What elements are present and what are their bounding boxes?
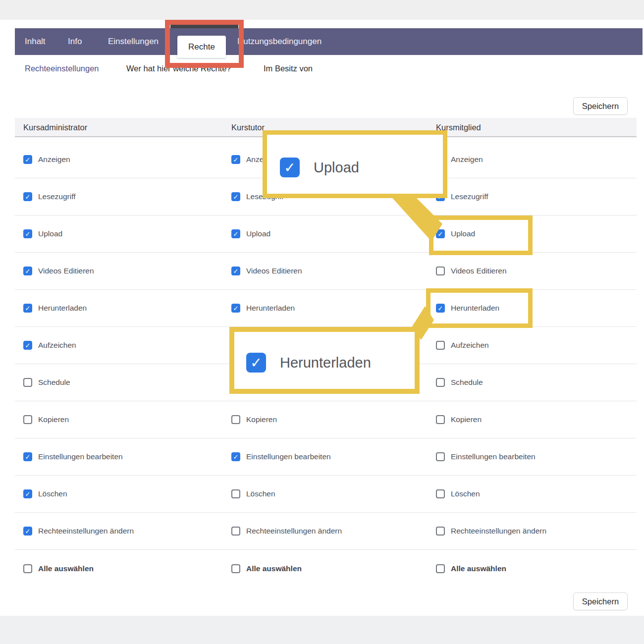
checkbox-label: Schedule bbox=[451, 378, 483, 387]
checkbox-kursadministrator-schedule[interactable] bbox=[23, 378, 32, 387]
checkbox-label: Videos Editieren bbox=[38, 267, 94, 275]
checkbox-label: Rechteeinstellungen ändern bbox=[246, 527, 342, 536]
permission-cell: ✓Löschen bbox=[23, 476, 67, 512]
checkbox-kursmitglied-aufzeichen[interactable] bbox=[436, 341, 445, 350]
page-top-strip bbox=[0, 0, 644, 20]
checkbox-label: Kopieren bbox=[38, 415, 69, 424]
checkbox-kurstutor-lesezugriff[interactable]: ✓ bbox=[231, 192, 240, 201]
checkbox-label: Alle auswählen bbox=[246, 564, 302, 573]
checkbox-kursmitglied-l-schen[interactable] bbox=[436, 489, 445, 498]
herunterladen-zoom-checkbox-checked: ✓ bbox=[246, 353, 266, 373]
checkbox-kursadministrator-kopieren[interactable] bbox=[23, 415, 32, 424]
permission-cell: Schedule bbox=[23, 364, 70, 401]
permission-cell: ✓Upload bbox=[23, 215, 62, 252]
permission-cell: Löschen bbox=[231, 476, 275, 512]
checkbox-kursmitglied-rechteeinstellungen-ndern[interactable] bbox=[436, 527, 445, 536]
permission-cell: Alle auswählen bbox=[23, 550, 94, 587]
permission-cell: ✓Rechteeinstellungen ändern bbox=[23, 513, 134, 549]
checkbox-kursadministrator-videos-editieren[interactable]: ✓ bbox=[23, 267, 32, 275]
permission-cell: ✓Videos Editieren bbox=[231, 253, 302, 289]
checkbox-kurstutor-herunterladen[interactable]: ✓ bbox=[231, 304, 240, 313]
permission-cell: ✓Videos Editieren bbox=[23, 253, 94, 289]
checkbox-label: Schedule bbox=[38, 378, 70, 387]
checkbox-label: Herunterladen bbox=[38, 304, 87, 313]
checkbox-kursadministrator-upload[interactable]: ✓ bbox=[23, 229, 32, 238]
tab-einstellungen[interactable]: Einstellungen bbox=[108, 28, 159, 55]
checkbox-label: Upload bbox=[38, 229, 62, 238]
checkbox-kursmitglied-kopieren[interactable] bbox=[436, 415, 445, 424]
column-header-kursadministrator: Kursadministrator bbox=[23, 118, 87, 137]
checkbox-label: Aufzeichen bbox=[38, 341, 76, 350]
table-row-alle-ausw-hlen: Alle auswählenAlle auswählenAlle auswähl… bbox=[15, 550, 637, 587]
upload-zoom-checkbox-checked: ✓ bbox=[280, 158, 300, 177]
permission-cell: Kopieren bbox=[436, 401, 482, 438]
checkbox-kurstutor-rechteeinstellungen-ndern[interactable] bbox=[231, 527, 240, 536]
upload-zoom-callout: ✓ Upload bbox=[263, 130, 447, 198]
checkbox-label: Löschen bbox=[451, 489, 480, 498]
checkbox-kursadministrator-alle-ausw-hlen[interactable] bbox=[23, 564, 32, 573]
checkbox-kurstutor-upload[interactable]: ✓ bbox=[231, 229, 240, 238]
checkbox-label: Alle auswählen bbox=[38, 564, 94, 573]
upload-row-highlight-box bbox=[429, 215, 533, 255]
permission-cell: Alle auswählen bbox=[231, 550, 302, 587]
save-button-top[interactable]: Speichern bbox=[573, 97, 628, 115]
permission-cell: ✓Lesezugriff bbox=[23, 178, 76, 215]
permission-cell: Kopieren bbox=[23, 401, 69, 438]
permission-cell: Schedule bbox=[436, 364, 483, 401]
checkbox-label: Einstellungen bearbeiten bbox=[451, 452, 536, 461]
herunterladen-zoom-callout: ✓ Herunterladen bbox=[229, 327, 420, 394]
checkbox-kursadministrator-einstellungen-bearbeiten[interactable]: ✓ bbox=[23, 452, 32, 461]
checkbox-label: Videos Editieren bbox=[451, 267, 507, 275]
main-tab-bar: Inhalt Info Einstellungen Rechte Nutzung… bbox=[15, 28, 643, 55]
checkbox-kurstutor-l-schen[interactable] bbox=[231, 489, 240, 498]
checkbox-kurstutor-einstellungen-bearbeiten[interactable]: ✓ bbox=[231, 452, 240, 461]
checkbox-label: Anzeigen bbox=[38, 155, 70, 164]
subnav-im-besitz-von[interactable]: Im Besitz von bbox=[264, 62, 313, 74]
permission-cell: ✓Einstellungen bearbeiten bbox=[23, 438, 123, 475]
checkbox-kurstutor-videos-editieren[interactable]: ✓ bbox=[231, 267, 240, 275]
checkbox-kursadministrator-aufzeichen[interactable]: ✓ bbox=[23, 341, 32, 350]
checkbox-kursadministrator-l-schen[interactable]: ✓ bbox=[23, 489, 32, 498]
permission-cell: Löschen bbox=[436, 476, 480, 512]
save-button-bottom[interactable]: Speichern bbox=[573, 592, 628, 610]
checkbox-kurstutor-kopieren[interactable] bbox=[231, 415, 240, 424]
permission-cell: ✓Anzeigen bbox=[23, 141, 70, 178]
permission-cell: Kopieren bbox=[231, 401, 277, 438]
checkbox-kursadministrator-lesezugriff[interactable]: ✓ bbox=[23, 192, 32, 201]
permission-cell: Rechteeinstellungen ändern bbox=[231, 513, 342, 549]
tab-info[interactable]: Info bbox=[68, 28, 82, 55]
checkbox-label: Einstellungen bearbeiten bbox=[38, 452, 123, 461]
checkbox-label: Rechteeinstellungen ändern bbox=[38, 527, 134, 536]
subnav-rechteeinstellungen[interactable]: Rechteeinstellungen bbox=[25, 62, 99, 74]
checkbox-kurstutor-alle-ausw-hlen[interactable] bbox=[231, 564, 240, 573]
column-header-kurstutor: Kurstutor bbox=[231, 118, 265, 137]
table-row-upload: ✓Upload✓Upload✓Upload bbox=[15, 215, 637, 253]
table-row-herunterladen: ✓Herunterladen✓Herunterladen✓Herunterlad… bbox=[15, 290, 637, 327]
permission-cell: Einstellungen bearbeiten bbox=[436, 438, 536, 475]
checkbox-label: Löschen bbox=[246, 489, 275, 498]
checkbox-kursmitglied-alle-ausw-hlen[interactable] bbox=[436, 564, 445, 573]
checkbox-kursadministrator-anzeigen[interactable]: ✓ bbox=[23, 155, 32, 164]
permission-cell: ✓Upload bbox=[231, 215, 270, 252]
checkbox-kursmitglied-schedule[interactable] bbox=[436, 378, 445, 387]
tab-inhalt[interactable]: Inhalt bbox=[25, 28, 46, 55]
checkbox-kursadministrator-herunterladen[interactable]: ✓ bbox=[23, 304, 32, 313]
checkbox-kursmitglied-videos-editieren[interactable] bbox=[436, 267, 445, 275]
checkbox-label: Rechteeinstellungen ändern bbox=[451, 527, 546, 536]
tab-nutzungsbedingungen[interactable]: Nutzungsbedingungen bbox=[237, 28, 322, 55]
permission-cell: Alle auswählen bbox=[436, 550, 506, 587]
checkbox-label: Kopieren bbox=[246, 415, 277, 424]
checkbox-label: Herunterladen bbox=[246, 304, 295, 313]
checkbox-label: Alle auswählen bbox=[451, 564, 506, 573]
checkbox-kurstutor-anzeigen[interactable]: ✓ bbox=[231, 155, 240, 164]
permission-cell: ✓Einstellungen bearbeiten bbox=[231, 438, 331, 475]
table-row-videos-editieren: ✓Videos Editieren✓Videos EditierenVideos… bbox=[15, 253, 637, 290]
herunterladen-zoom-label: Herunterladen bbox=[280, 355, 371, 371]
checkbox-label: Lesezugriff bbox=[451, 192, 488, 201]
checkbox-label: Löschen bbox=[38, 489, 67, 498]
table-row-l-schen: ✓LöschenLöschenLöschen bbox=[15, 476, 637, 513]
checkbox-kursmitglied-einstellungen-bearbeiten[interactable] bbox=[436, 452, 445, 461]
checkbox-kursadministrator-rechteeinstellungen-ndern[interactable]: ✓ bbox=[23, 527, 32, 536]
table-row-einstellungen-bearbeiten: ✓Einstellungen bearbeiten✓Einstellungen … bbox=[15, 438, 637, 476]
checkbox-label: Kopieren bbox=[451, 415, 482, 424]
